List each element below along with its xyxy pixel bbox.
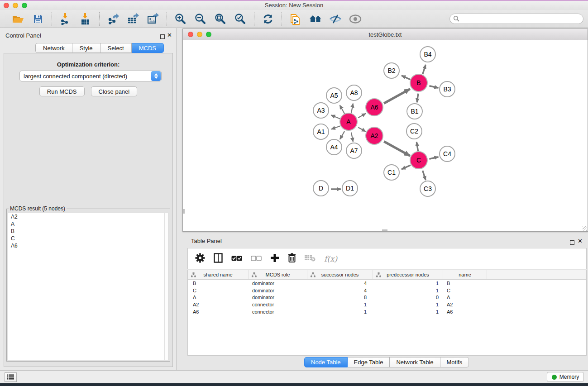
zoom-fit-icon[interactable] bbox=[213, 12, 228, 26]
column-header-mcds-role[interactable]: MCDS role bbox=[249, 270, 307, 279]
table-row[interactable]: Cdominator 41 C bbox=[188, 287, 586, 294]
list-item[interactable]: A2 bbox=[8, 213, 168, 220]
delete-icon[interactable] bbox=[288, 253, 296, 265]
graph-node-D1[interactable]: D1 bbox=[342, 180, 358, 196]
tab-edge-table[interactable]: Edge Table bbox=[348, 357, 390, 367]
float-table-panel-icon[interactable] bbox=[570, 238, 574, 247]
graph-edge-A-A7[interactable] bbox=[351, 133, 353, 142]
graph-node-B2[interactable]: B2 bbox=[383, 62, 400, 79]
search-input[interactable] bbox=[449, 14, 583, 24]
graph-node-A2[interactable]: A2 bbox=[365, 127, 383, 145]
run-mcds-button[interactable]: Run MCDS bbox=[39, 86, 85, 96]
close-panel-button[interactable]: Close panel bbox=[91, 86, 138, 96]
graph-node-A7[interactable]: A7 bbox=[346, 143, 362, 159]
table-row[interactable]: A6connector 11 A6 bbox=[188, 308, 586, 315]
close-table-panel-icon[interactable]: ✕ bbox=[578, 239, 583, 243]
zoom-network-icon[interactable] bbox=[206, 32, 211, 37]
tab-motifs[interactable]: Motifs bbox=[440, 357, 469, 367]
graph-edge-A-A4[interactable] bbox=[340, 131, 344, 139]
close-window-icon[interactable] bbox=[4, 3, 9, 8]
graph-node-B1[interactable]: B1 bbox=[406, 103, 423, 119]
graph-node-B4[interactable]: B4 bbox=[420, 46, 436, 62]
graph-edge-A-A5[interactable] bbox=[340, 105, 345, 114]
resize-grip-icon[interactable] bbox=[583, 226, 587, 231]
table-row[interactable]: Adominator 80 A bbox=[188, 294, 586, 301]
export-network-icon[interactable] bbox=[106, 12, 120, 26]
delete-table-icon[interactable] bbox=[305, 254, 316, 263]
hide-details-icon[interactable] bbox=[328, 12, 343, 26]
graph-node-C1[interactable]: C1 bbox=[383, 164, 400, 181]
import-table-icon[interactable] bbox=[78, 12, 93, 26]
tab-network-table[interactable]: Network Table bbox=[390, 357, 440, 367]
table-row[interactable]: A2connector 11 A2 bbox=[188, 301, 586, 308]
graph-edge-C-C3[interactable] bbox=[423, 171, 426, 180]
graph-node-B3[interactable]: B3 bbox=[439, 81, 455, 97]
deselect-all-icon[interactable] bbox=[251, 255, 262, 263]
graph-edge-C-C2[interactable] bbox=[416, 142, 418, 152]
network-window-titlebar[interactable]: testGlobe.txt bbox=[183, 29, 588, 40]
tab-select[interactable]: Select bbox=[100, 43, 132, 53]
column-header-shared-name[interactable]: shared name bbox=[188, 270, 249, 279]
graph-node-C[interactable]: C bbox=[410, 151, 428, 169]
graph-edge-B-B1[interactable] bbox=[417, 94, 418, 102]
zoom-window-icon[interactable] bbox=[22, 3, 27, 8]
graph-node-C4[interactable]: C4 bbox=[439, 146, 455, 162]
graph-edge-C-C4[interactable] bbox=[429, 157, 438, 159]
graph-edge-B-B3[interactable] bbox=[429, 86, 438, 88]
graph-node-A[interactable]: A bbox=[339, 113, 358, 131]
list-item[interactable]: C bbox=[8, 235, 168, 242]
float-panel-icon[interactable] bbox=[160, 33, 165, 41]
graph-edge-A6-B[interactable] bbox=[384, 89, 410, 104]
graph-edge-A-A2[interactable] bbox=[358, 128, 366, 132]
open-session-icon[interactable] bbox=[11, 12, 25, 26]
close-panel-icon[interactable]: ✕ bbox=[167, 33, 172, 38]
network-canvas[interactable]: AA1A2A3A4A5A6A7A8BB1B2B3B4CC1C2C3C4DD1 bbox=[183, 40, 588, 231]
graph-edge-A-A6[interactable] bbox=[358, 114, 366, 118]
import-network-icon[interactable] bbox=[58, 12, 73, 26]
column-header-successor-nodes[interactable]: successor nodes bbox=[307, 270, 373, 279]
scrollbar-track[interactable] bbox=[164, 213, 168, 360]
zoom-in-icon[interactable] bbox=[173, 12, 188, 26]
minimize-window-icon[interactable] bbox=[13, 3, 18, 8]
list-item[interactable]: B bbox=[8, 228, 168, 235]
column-header-predecessor-nodes[interactable]: predecessor nodes bbox=[373, 270, 443, 279]
network-document-icon[interactable] bbox=[288, 12, 303, 26]
columns-icon[interactable] bbox=[214, 253, 223, 265]
zoom-out-icon[interactable] bbox=[193, 12, 208, 26]
graph-node-A6[interactable]: A6 bbox=[365, 98, 383, 116]
graph-node-C2[interactable]: C2 bbox=[406, 123, 422, 139]
graph-edge-A-A1[interactable] bbox=[331, 126, 340, 129]
tab-mcds[interactable]: MCDS bbox=[132, 43, 164, 53]
list-item[interactable]: A6 bbox=[8, 242, 168, 249]
graph-node-D[interactable]: D bbox=[313, 180, 329, 196]
tab-node-table[interactable]: Node Table bbox=[304, 357, 348, 367]
select-all-icon[interactable] bbox=[231, 255, 242, 263]
minimize-network-icon[interactable] bbox=[197, 32, 202, 37]
graph-node-B[interactable]: B bbox=[410, 74, 428, 92]
graph-edge-B-B4[interactable] bbox=[423, 65, 426, 74]
graph-node-A1[interactable]: A1 bbox=[313, 124, 329, 140]
graph-edge-B-B2[interactable] bbox=[402, 76, 411, 80]
show-panels-button[interactable] bbox=[5, 372, 17, 382]
add-column-icon[interactable] bbox=[270, 253, 279, 264]
graph-edge-C-C1[interactable] bbox=[402, 165, 411, 169]
graph-node-A5[interactable]: A5 bbox=[326, 87, 342, 104]
homes-icon[interactable] bbox=[308, 12, 323, 26]
memory-button[interactable]: Memory bbox=[547, 372, 584, 382]
graph-edge-A-A3[interactable] bbox=[331, 115, 340, 119]
function-builder-icon[interactable]: f(x) bbox=[324, 254, 337, 263]
show-details-icon[interactable] bbox=[348, 12, 363, 26]
gear-icon[interactable] bbox=[195, 253, 205, 265]
save-session-icon[interactable] bbox=[31, 12, 45, 26]
graph-node-C3[interactable]: C3 bbox=[420, 181, 436, 197]
tab-style[interactable]: Style bbox=[72, 43, 100, 53]
export-image-icon[interactable] bbox=[146, 12, 160, 26]
zoom-selected-icon[interactable] bbox=[233, 12, 248, 26]
graph-node-A3[interactable]: A3 bbox=[313, 102, 329, 119]
graph-node-A4[interactable]: A4 bbox=[326, 139, 342, 155]
close-network-icon[interactable] bbox=[188, 32, 193, 37]
list-item[interactable]: A bbox=[8, 220, 168, 228]
graph-edge-A-A8[interactable] bbox=[351, 104, 353, 113]
column-header-name[interactable]: name bbox=[443, 270, 487, 279]
export-table-icon[interactable] bbox=[126, 12, 140, 26]
